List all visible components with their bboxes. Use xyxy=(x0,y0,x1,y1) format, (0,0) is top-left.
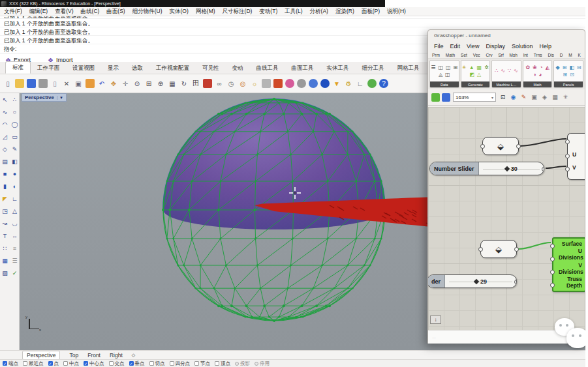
osnap-checkbox[interactable] xyxy=(170,361,174,366)
osnap-item[interactable]: ✓垂点 xyxy=(129,360,145,367)
color-wheel-icon[interactable] xyxy=(285,79,294,88)
paste-icon[interactable] xyxy=(85,79,95,88)
osnap-checkbox[interactable] xyxy=(215,361,219,366)
slider-grip[interactable] xyxy=(504,166,510,171)
gh-menu-item[interactable]: Solution xyxy=(512,43,533,50)
polyline-icon[interactable]: ◿ xyxy=(0,130,10,143)
viewport-tab-perspective[interactable]: Perspective xyxy=(22,351,60,360)
zoom-selected-icon[interactable]: ⊕ xyxy=(156,79,165,88)
palette-icon[interactable]: ✿ xyxy=(525,65,530,71)
gh-menu-item[interactable]: Display xyxy=(486,43,505,50)
menu-item[interactable]: 分析(A) xyxy=(310,8,328,16)
surface-param-component[interactable]: ⬙ xyxy=(482,137,519,155)
palette-group-label[interactable]: Data xyxy=(430,81,459,87)
help-icon[interactable]: ? xyxy=(379,79,388,88)
menu-item[interactable]: 网格(M) xyxy=(196,8,215,16)
viewport-tab-top[interactable]: Top xyxy=(69,352,78,359)
osnap-item[interactable]: 最近点 xyxy=(23,360,44,367)
palette-icon[interactable]: ∿ xyxy=(514,68,518,74)
osnap-item[interactable]: 顶点 xyxy=(215,360,230,367)
grasshopper-canvas[interactable]: ⬙ U V Number Slider 30 xyxy=(428,107,585,330)
gh-category-tab[interactable]: Msh xyxy=(510,53,518,57)
gh-category-tab[interactable]: Prm xyxy=(432,53,440,57)
surface-edit-icon[interactable]: ◳ xyxy=(0,205,10,217)
slider-value-area[interactable]: 30 xyxy=(479,162,544,175)
toolbar-tab[interactable]: 细分工具 xyxy=(356,63,391,74)
surface-corner-icon[interactable]: ◧ xyxy=(10,155,20,168)
move-icon[interactable]: ✛ xyxy=(121,79,130,88)
osnap-item[interactable]: 交点 xyxy=(109,360,125,367)
gh-category-tab[interactable]: Vec xyxy=(473,53,480,57)
palette-icon[interactable]: ☰ xyxy=(431,65,435,71)
polygon-icon[interactable]: ◇ xyxy=(0,143,10,155)
toolbar-tab[interactable]: 变动 xyxy=(226,63,250,74)
osnap-checkbox[interactable] xyxy=(23,361,27,366)
delete-icon[interactable]: ✕ xyxy=(62,79,71,88)
menu-item[interactable]: 渲染(R) xyxy=(335,8,354,16)
gh-category-tab[interactable]: Srf xyxy=(498,53,503,57)
menu-item[interactable]: 曲面(S) xyxy=(106,8,125,16)
osnap-extra[interactable]: 投影 xyxy=(235,360,250,367)
palette-icon[interactable]: ⊡ xyxy=(570,72,574,78)
rotate-view-icon[interactable]: ↻ xyxy=(179,79,189,88)
palette-icon[interactable]: ◫ xyxy=(445,72,450,78)
viewport-layout-icon[interactable]: 田 xyxy=(191,79,200,88)
solid-box-icon[interactable]: ■ xyxy=(0,168,10,180)
gears-icon[interactable]: ⚙ xyxy=(344,79,353,88)
palette-icon[interactable]: ◭ xyxy=(546,65,549,71)
grasshopper-titlebar[interactable]: Grasshopper - unnamed xyxy=(428,30,585,40)
gh-menu-item[interactable]: Edit xyxy=(450,43,461,50)
render-mode-icon[interactable]: ◈ xyxy=(540,93,549,102)
grid-mode-icon[interactable]: ▦ xyxy=(551,93,559,102)
palette-icon[interactable]: ▦ xyxy=(477,65,482,71)
menu-item[interactable]: 曲线(C) xyxy=(81,8,100,16)
gh-category-tab[interactable]: K xyxy=(578,53,581,57)
curve-edit-icon[interactable]: ✎ xyxy=(10,143,20,155)
radio-icon[interactable] xyxy=(235,362,239,366)
sphere-blue-icon[interactable] xyxy=(309,79,318,88)
wechat-float-icon[interactable] xyxy=(553,317,588,352)
palette-icon[interactable]: ◫ xyxy=(438,65,443,71)
viewport-tab-right[interactable]: Right xyxy=(110,352,123,359)
osnap-checkbox[interactable] xyxy=(194,361,199,366)
palette-icon[interactable]: ◧ xyxy=(569,65,574,71)
gh-category-tab[interactable]: Set xyxy=(461,53,467,57)
sphere-gray-icon[interactable] xyxy=(297,79,306,88)
save-icon[interactable] xyxy=(27,79,36,88)
solid-sphere-icon[interactable]: ● xyxy=(10,168,20,180)
gh-open-icon[interactable] xyxy=(431,93,440,102)
osnap-item[interactable]: ✓端点 xyxy=(3,360,18,367)
toolbar-tab[interactable]: 曲面工具 xyxy=(285,63,320,74)
gh-category-tab[interactable]: D xyxy=(560,53,563,57)
osnap-item[interactable]: ✓点 xyxy=(48,360,59,367)
copy-icon[interactable]: ▣ xyxy=(74,79,83,88)
surface-param-component-2[interactable]: ⬙ xyxy=(480,240,517,258)
menu-item[interactable]: 文件(F) xyxy=(4,8,22,16)
viewport-title-tab[interactable]: Perspective ▼ xyxy=(22,93,67,102)
toolbar-tab[interactable]: 选取 xyxy=(125,63,149,74)
canvas-zoom-select[interactable]: 163% ▾ xyxy=(453,93,496,102)
menu-item[interactable]: 细分物件(U) xyxy=(132,8,162,16)
osnap-item[interactable]: 切点 xyxy=(149,360,165,367)
curve-icon[interactable]: ∿ xyxy=(0,106,10,118)
osnap-checkbox[interactable] xyxy=(63,361,68,366)
truss-component-selected[interactable]: Surface U Divisions V Divisions Truss De… xyxy=(552,237,585,292)
undo-icon[interactable]: ↶ xyxy=(97,79,106,88)
properties-icon[interactable]: ▯ xyxy=(50,79,59,88)
toolbar-tab[interactable]: 实体工具 xyxy=(320,63,356,74)
radio-icon[interactable] xyxy=(255,362,258,366)
zoom-window-icon[interactable]: ⊞ xyxy=(144,79,153,88)
hatch-icon[interactable]: ▨ xyxy=(0,267,10,279)
gh-save-icon[interactable] xyxy=(442,93,450,102)
palette-icon[interactable]: ⊞ xyxy=(454,65,458,71)
toolbar-tab[interactable]: 显示 xyxy=(101,63,125,74)
dimension-icon[interactable]: ↔ xyxy=(10,229,20,242)
ellipse-icon[interactable]: ◯ xyxy=(10,118,20,130)
lightbulb-icon[interactable]: ☼ xyxy=(250,79,259,88)
wire-mode-icon[interactable]: ✳ xyxy=(561,93,570,102)
loft-icon[interactable]: △ xyxy=(10,205,20,217)
palette-icon[interactable]: ∵ xyxy=(508,68,511,74)
text-tool-icon[interactable]: T xyxy=(0,229,10,242)
preview-eye-icon[interactable]: ◉ xyxy=(509,93,518,102)
chevron-down-icon[interactable]: ▼ xyxy=(57,96,63,100)
